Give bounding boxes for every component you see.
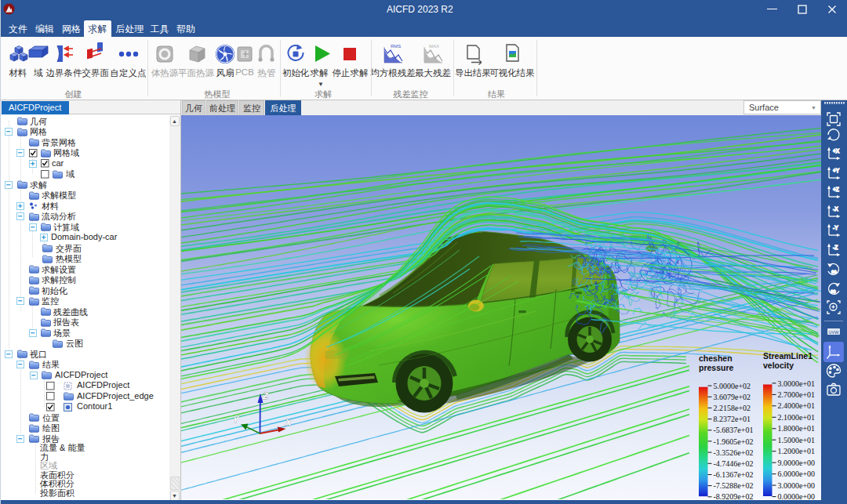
svg-text:2.4000e+01: 2.4000e+01 (778, 401, 816, 410)
svg-text:90: 90 (831, 270, 837, 274)
svg-text:StreamLine1: StreamLine1 (763, 351, 812, 361)
svg-text:1.2000e+01: 1.2000e+01 (778, 447, 816, 455)
svg-text:-5.6837e+01: -5.6837e+01 (714, 426, 754, 434)
svg-text:X: X (285, 418, 292, 427)
svg-text:3.0000e+00: 3.0000e+00 (778, 481, 816, 490)
svg-text:velocity: velocity (763, 361, 794, 370)
svg-text:2.7000e+01: 2.7000e+01 (778, 390, 816, 399)
svg-text:MAX: MAX (429, 44, 439, 49)
svg-text:-Y: -Y (833, 225, 838, 230)
svg-text:-X: -X (833, 206, 838, 212)
svg-text:3.0000e+01: 3.0000e+01 (778, 379, 816, 388)
svg-text:+Z: +Z (833, 187, 839, 192)
svg-text:2.2158e+02: 2.2158e+02 (714, 404, 751, 412)
svg-text:-Z: -Z (833, 245, 838, 250)
svg-text:-4.7446e+02: -4.7446e+02 (714, 459, 754, 468)
svg-text:+X: +X (833, 148, 840, 154)
svg-text:Z: Z (262, 391, 269, 401)
svg-text:-7.5288e+02: -7.5288e+02 (714, 481, 754, 490)
svg-text:6.0000e+00: 6.0000e+00 (778, 470, 816, 478)
svg-text:9.0000e+00: 9.0000e+00 (778, 459, 816, 467)
svg-text:3.6079e+02: 3.6079e+02 (714, 393, 751, 401)
svg-text:5.0000e+02: 5.0000e+02 (714, 382, 751, 390)
svg-text:pressure: pressure (699, 363, 734, 372)
svg-text:-1.9605e+02: -1.9605e+02 (714, 437, 754, 446)
svg-text:cheshen: cheshen (699, 354, 732, 363)
svg-text:90: 90 (831, 289, 836, 294)
svg-text:-8.9209e+02: -8.9209e+02 (714, 492, 754, 499)
svg-text:+Y: +Y (833, 168, 840, 173)
svg-text:8.2372e+01: 8.2372e+01 (714, 415, 751, 423)
svg-text:2.1000e+01: 2.1000e+01 (778, 413, 816, 422)
svg-text:0.0000e+00: 0.0000e+00 (778, 492, 816, 499)
svg-text:-6.1367e+02: -6.1367e+02 (714, 470, 754, 479)
svg-text:-3.3526e+02: -3.3526e+02 (714, 448, 754, 457)
svg-text:UVW: UVW (829, 330, 840, 335)
svg-text:RMS: RMS (391, 44, 401, 49)
svg-text:1.8000e+01: 1.8000e+01 (778, 424, 816, 433)
svg-text:1.5000e+01: 1.5000e+01 (778, 436, 816, 444)
